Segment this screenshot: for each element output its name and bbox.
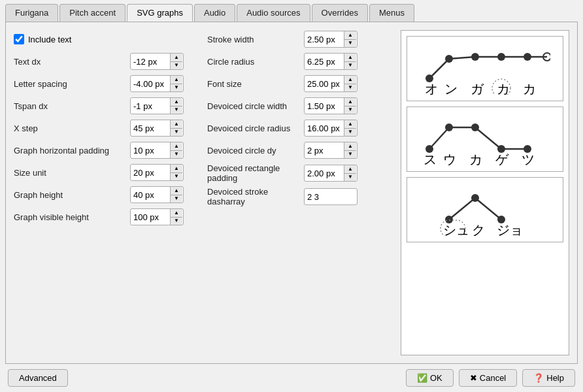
x-step-spinner[interactable]: ▲ ▼ [130, 120, 184, 137]
stroke-width-down[interactable]: ▼ [344, 40, 356, 48]
text-dx-input[interactable] [131, 56, 170, 68]
text-dx-spinner[interactable]: ▲ ▼ [130, 53, 184, 70]
ok-button[interactable]: ✅ OK [406, 369, 454, 387]
size-unit-input[interactable] [131, 167, 170, 179]
size-unit-up[interactable]: ▲ [171, 165, 182, 173]
devoiced-circle-dy-up[interactable]: ▲ [344, 142, 356, 151]
size-unit-spinner[interactable]: ▲ ▼ [130, 164, 184, 181]
graph-h-padding-input[interactable] [131, 144, 170, 157]
help-icon: ❓ [533, 373, 544, 383]
devoiced-circle-radius-row: Devoiced circle radius ▲ ▼ [207, 119, 390, 137]
devoiced-rect-padding-up[interactable]: ▲ [344, 165, 356, 174]
tab-menus[interactable]: Menus [369, 4, 414, 22]
tab-audio[interactable]: Audio [194, 4, 235, 22]
tspan-dx-down[interactable]: ▼ [171, 106, 182, 114]
include-text-checkbox[interactable] [14, 34, 24, 44]
text-dx-up[interactable]: ▲ [171, 54, 182, 62]
graph-visible-height-down[interactable]: ▼ [171, 218, 182, 225]
graph-height-row: Graph height ▲ ▼ [14, 186, 197, 204]
letter-spacing-up[interactable]: ▲ [171, 76, 182, 84]
devoiced-circle-width-input[interactable] [305, 100, 344, 112]
devoiced-stroke-dasharray-input[interactable] [304, 188, 358, 205]
text-dx-row: Text dx ▲ ▼ [14, 52, 197, 71]
svg-point-9 [524, 53, 531, 61]
tab-furigana[interactable]: Furigana [5, 4, 58, 22]
tab-svg-graphs[interactable]: SVG graphs [127, 4, 193, 22]
devoiced-circle-radius-input[interactable] [305, 122, 344, 135]
devoiced-circle-radius-up[interactable]: ▲ [344, 120, 356, 129]
footer-right: ✅ OK ✖ Cancel ❓ Help [406, 369, 575, 387]
font-size-spinner[interactable]: ▲ ▼ [304, 75, 358, 92]
devoiced-circle-width-up[interactable]: ▲ [344, 98, 356, 106]
letter-spacing-spinner[interactable]: ▲ ▼ [130, 75, 184, 92]
size-unit-row: Size unit ▲ ▼ [14, 163, 197, 182]
x-step-up[interactable]: ▲ [171, 120, 182, 129]
svg-line-32 [475, 198, 501, 220]
graph-h-padding-spinner[interactable]: ▲ ▼ [130, 142, 184, 159]
tspan-dx-buttons: ▲ ▼ [170, 98, 182, 114]
devoiced-circle-width-down[interactable]: ▼ [344, 106, 356, 114]
devoiced-circle-width-spinner[interactable]: ▲ ▼ [304, 97, 358, 114]
tspan-dx-input[interactable] [131, 100, 170, 112]
x-step-input[interactable] [131, 122, 170, 135]
graph-h-padding-label: Graph horizontal padding [14, 146, 125, 155]
stroke-width-input[interactable] [305, 33, 344, 46]
right-panel: オ ン ガ カ カ [401, 30, 569, 355]
graph-visible-height-input[interactable] [131, 211, 170, 223]
circle-radius-spinner[interactable]: ▲ ▼ [304, 53, 358, 70]
graph-h-padding-up[interactable]: ▲ [171, 142, 182, 151]
devoiced-rect-padding-input[interactable] [305, 167, 344, 180]
circle-radius-buttons: ▲ ▼ [344, 54, 356, 69]
size-unit-down[interactable]: ▼ [171, 173, 182, 181]
preview-3: シュ ク ジョ [407, 177, 563, 242]
tab-overrides[interactable]: Overrides [312, 4, 368, 22]
devoiced-rect-padding-down[interactable]: ▼ [344, 174, 356, 182]
circle-radius-input[interactable] [305, 56, 344, 68]
circle-radius-row: Circle radius ▲ ▼ [207, 52, 390, 71]
devoiced-rect-padding-spinner[interactable]: ▲ ▼ [304, 165, 358, 182]
svg-text:カ: カ [469, 152, 482, 165]
graph-visible-height-spinner[interactable]: ▲ ▼ [130, 208, 184, 225]
stroke-width-row: Stroke width ▲ ▼ [207, 30, 390, 48]
graph-height-spinner[interactable]: ▲ ▼ [130, 186, 184, 203]
tab-pitch-accent[interactable]: Pitch accent [59, 4, 125, 22]
devoiced-circle-radius-down[interactable]: ▼ [344, 129, 356, 137]
font-size-down[interactable]: ▼ [344, 84, 356, 92]
svg-line-19 [475, 127, 501, 149]
graph-height-input[interactable] [131, 189, 170, 201]
tspan-dx-spinner[interactable]: ▲ ▼ [130, 97, 184, 114]
devoiced-stroke-dasharray-label: Devoiced stroke dasharray [207, 187, 299, 206]
tspan-dx-label: Tspan dx [14, 101, 125, 111]
font-size-up[interactable]: ▲ [344, 76, 356, 84]
devoiced-circle-dy-down[interactable]: ▼ [344, 151, 356, 159]
help-label: Help [546, 373, 564, 383]
text-dx-down[interactable]: ▼ [171, 62, 182, 70]
cancel-button[interactable]: ✖ Cancel [459, 369, 517, 387]
graph-height-down[interactable]: ▼ [171, 195, 182, 203]
graph-h-padding-down[interactable]: ▼ [171, 151, 182, 159]
circle-radius-up[interactable]: ▲ [344, 54, 356, 62]
tab-audio-sources[interactable]: Audio sources [237, 4, 310, 22]
devoiced-rect-padding-row: Devoiced rectangle padding ▲ ▼ [207, 163, 390, 183]
svg-text:ガ: ガ [471, 82, 484, 95]
letter-spacing-down[interactable]: ▼ [171, 84, 182, 92]
devoiced-circle-radius-spinner[interactable]: ▲ ▼ [304, 120, 358, 137]
x-step-down[interactable]: ▼ [171, 129, 182, 137]
letter-spacing-input[interactable] [131, 78, 170, 90]
help-button[interactable]: ❓ Help [522, 369, 575, 387]
graph-height-up[interactable]: ▲ [171, 187, 182, 195]
circle-radius-down[interactable]: ▼ [344, 62, 356, 70]
devoiced-circle-dy-spinner[interactable]: ▲ ▼ [304, 142, 358, 159]
advanced-button[interactable]: Advanced [8, 369, 68, 387]
tspan-dx-up[interactable]: ▲ [171, 98, 182, 106]
devoiced-circle-dy-input[interactable] [305, 144, 344, 157]
devoiced-circle-dy-label: Devoiced circle dy [207, 146, 299, 155]
devoiced-rect-padding-buttons: ▲ ▼ [344, 165, 356, 181]
stroke-width-spinner[interactable]: ▲ ▼ [304, 31, 358, 48]
font-size-input[interactable] [305, 78, 344, 90]
svg-line-1 [449, 57, 475, 59]
devoiced-circle-width-row: Devoiced circle width ▲ ▼ [207, 97, 390, 115]
circle-radius-label: Circle radius [207, 57, 299, 67]
graph-visible-height-up[interactable]: ▲ [171, 209, 182, 218]
stroke-width-up[interactable]: ▲ [344, 31, 356, 40]
